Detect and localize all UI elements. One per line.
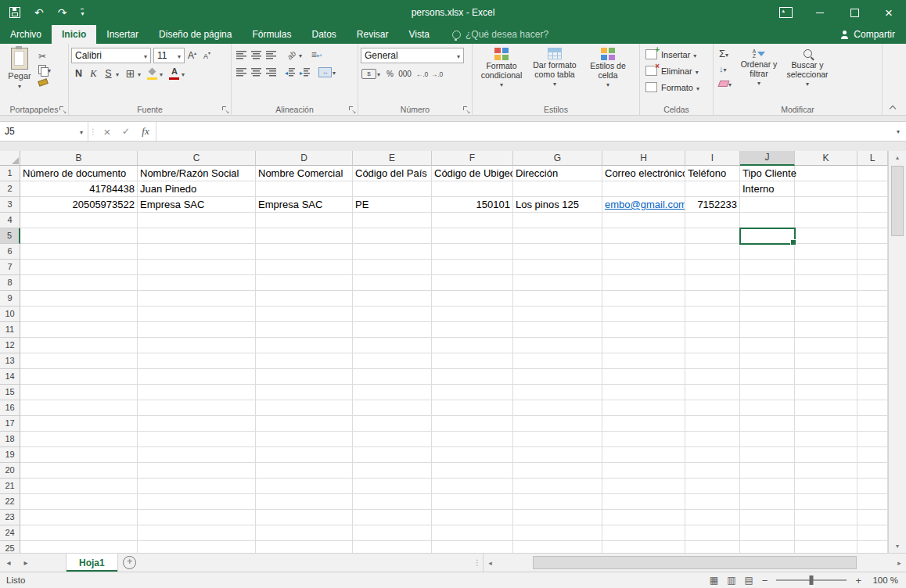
cell-J12[interactable] xyxy=(740,338,795,353)
cell-F19[interactable] xyxy=(432,447,513,463)
cell-L11[interactable] xyxy=(857,322,888,338)
cell-styles-button[interactable]: Estilos de celda xyxy=(581,46,635,91)
cell-H10[interactable] xyxy=(602,307,685,322)
cell-E7[interactable] xyxy=(353,260,432,275)
cell-B24[interactable] xyxy=(20,525,138,541)
percent-style-button[interactable]: % xyxy=(383,66,397,81)
formula-bar-splitter[interactable] xyxy=(88,122,98,141)
cell-K25[interactable] xyxy=(795,541,857,553)
cell-G7[interactable] xyxy=(513,260,602,275)
row-header-18[interactable]: 18 xyxy=(0,432,20,447)
cell-H9[interactable] xyxy=(602,291,685,307)
cell-I8[interactable] xyxy=(685,275,740,291)
cell-C10[interactable] xyxy=(138,307,256,322)
cell-I11[interactable] xyxy=(685,322,740,338)
cell-H14[interactable] xyxy=(602,369,685,385)
column-header-B[interactable]: B xyxy=(20,151,138,166)
cell-J13[interactable] xyxy=(740,353,795,369)
row-header-1[interactable]: 1 xyxy=(0,166,20,181)
cell-K24[interactable] xyxy=(795,525,857,541)
cell-G5[interactable] xyxy=(513,228,602,244)
ribbon-tab-insertar[interactable]: Insertar xyxy=(96,25,149,44)
cell-I17[interactable] xyxy=(685,416,740,432)
format-cells-button[interactable]: Formato xyxy=(642,79,710,95)
cell-F10[interactable] xyxy=(432,307,513,322)
cell-D3[interactable]: Empresa SAC xyxy=(256,197,353,213)
cell-L10[interactable] xyxy=(857,307,888,322)
cell-J9[interactable] xyxy=(740,291,795,307)
cell-K21[interactable] xyxy=(795,479,857,494)
cell-I6[interactable] xyxy=(685,244,740,260)
cell-D22[interactable] xyxy=(256,494,353,510)
cell-D23[interactable] xyxy=(256,510,353,525)
cell-H18[interactable] xyxy=(602,432,685,447)
cell-B20[interactable] xyxy=(20,463,138,479)
orientation-button[interactable] xyxy=(285,48,298,62)
cell-I23[interactable] xyxy=(685,510,740,525)
cell-B19[interactable] xyxy=(20,447,138,463)
cell-I14[interactable] xyxy=(685,369,740,385)
cell-J19[interactable] xyxy=(740,447,795,463)
find-select-button[interactable]: Buscar y seleccionar xyxy=(783,46,832,91)
row-header-4[interactable]: 4 xyxy=(0,213,20,228)
column-header-L[interactable]: L xyxy=(857,151,888,166)
cell-H3[interactable]: embo@gmail.com xyxy=(602,197,685,213)
cell-C18[interactable] xyxy=(138,432,256,447)
cell-E24[interactable] xyxy=(353,525,432,541)
row-header-19[interactable]: 19 xyxy=(0,447,20,463)
cell-J17[interactable] xyxy=(740,416,795,432)
cell-L7[interactable] xyxy=(857,260,888,275)
cell-K11[interactable] xyxy=(795,322,857,338)
cell-J23[interactable] xyxy=(740,510,795,525)
cell-K17[interactable] xyxy=(795,416,857,432)
cell-D8[interactable] xyxy=(256,275,353,291)
cell-D25[interactable] xyxy=(256,541,353,553)
column-header-J[interactable]: J xyxy=(740,151,795,166)
ribbon-tab-datos[interactable]: Datos xyxy=(301,25,346,44)
clear-button[interactable] xyxy=(717,76,733,91)
horizontal-scrollbar[interactable] xyxy=(483,554,906,572)
cell-F17[interactable] xyxy=(432,416,513,432)
cell-K15[interactable] xyxy=(795,385,857,400)
cell-K22[interactable] xyxy=(795,494,857,510)
row-header-8[interactable]: 8 xyxy=(0,275,20,291)
zoom-out-button[interactable] xyxy=(762,575,768,586)
cell-E2[interactable] xyxy=(353,181,432,197)
cell-K10[interactable] xyxy=(795,307,857,322)
scroll-down-icon[interactable] xyxy=(889,540,906,553)
cell-I13[interactable] xyxy=(685,353,740,369)
cell-L21[interactable] xyxy=(857,479,888,494)
cell-E22[interactable] xyxy=(353,494,432,510)
cell-C8[interactable] xyxy=(138,275,256,291)
cell-E11[interactable] xyxy=(353,322,432,338)
underline-button[interactable]: S xyxy=(102,66,115,81)
cell-I2[interactable] xyxy=(685,181,740,197)
scroll-right-icon[interactable] xyxy=(893,559,906,567)
cell-K8[interactable] xyxy=(795,275,857,291)
column-header-G[interactable]: G xyxy=(513,151,602,166)
number-dialog-launcher[interactable] xyxy=(462,106,470,113)
cell-G16[interactable] xyxy=(513,400,602,416)
cell-J14[interactable] xyxy=(740,369,795,385)
formula-input[interactable] xyxy=(156,122,890,141)
cell-J24[interactable] xyxy=(740,525,795,541)
cell-F12[interactable] xyxy=(432,338,513,353)
decrease-indent-button[interactable] xyxy=(283,65,297,79)
cell-H15[interactable] xyxy=(602,385,685,400)
cell-G17[interactable] xyxy=(513,416,602,432)
column-header-I[interactable]: I xyxy=(685,151,740,166)
cell-B11[interactable] xyxy=(20,322,138,338)
cell-F20[interactable] xyxy=(432,463,513,479)
cell-C15[interactable] xyxy=(138,385,256,400)
cell-I19[interactable] xyxy=(685,447,740,463)
currency-format-button[interactable]: $ xyxy=(361,66,376,81)
merge-center-button[interactable] xyxy=(318,65,332,79)
cell-I15[interactable] xyxy=(685,385,740,400)
cell-F7[interactable] xyxy=(432,260,513,275)
cell-J5[interactable] xyxy=(740,228,795,244)
cell-F13[interactable] xyxy=(432,353,513,369)
cell-B9[interactable] xyxy=(20,291,138,307)
row-header-24[interactable]: 24 xyxy=(0,525,20,541)
cell-F4[interactable] xyxy=(432,213,513,228)
cell-J11[interactable] xyxy=(740,322,795,338)
